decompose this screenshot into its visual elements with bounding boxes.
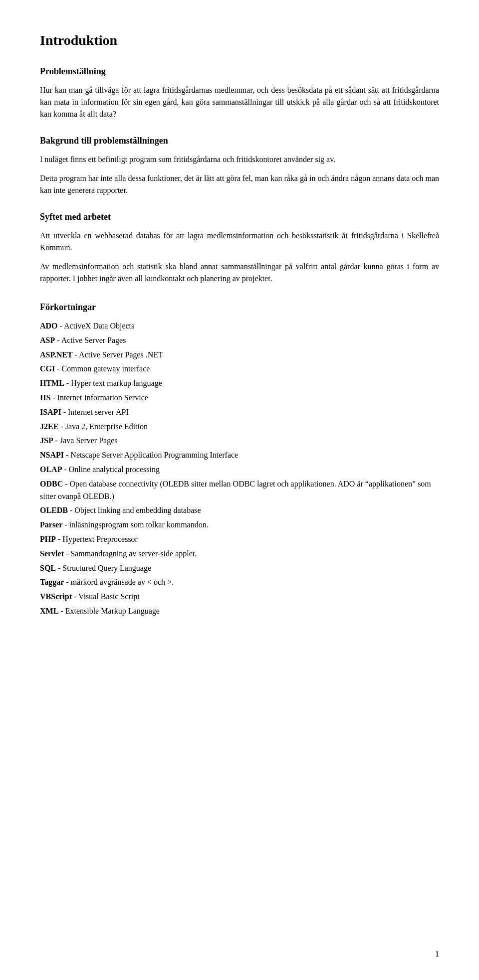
heading-syftet: Syftet med arbetet [40,210,439,224]
abbr-term: ASP [40,336,55,344]
abbr-item: Parser - inläsningsprogram som tolkar ko… [40,519,439,531]
abbr-item: VBScript - Visual Basic Script [40,591,439,603]
abbr-item: OLAP - Online analytical processing [40,464,439,476]
abbr-item: J2EE - Java 2, Enterprise Edition [40,421,439,433]
abbr-item: ASP.NET - Active Server Pages .NET [40,349,439,361]
abbr-item: NSAPI - Netscape Server Application Prog… [40,449,439,462]
paragraph-bakgrund-2: Detta program har inte alla dessa funkti… [40,172,439,196]
abbr-term: SQL [40,564,56,572]
abbr-item: OLEDB - Object linking and embedding dat… [40,504,439,517]
abbr-term: Parser [40,520,62,529]
page-title: Introduktion [40,30,439,51]
abbr-item: Servlet - Sammandragning av server-side … [40,548,439,560]
abbr-term: OLAP [40,465,62,474]
abbr-item: ODBC - Open database connectivity (OLEDB… [40,478,439,503]
page-number: 1 [435,948,439,960]
abbr-term: J2EE [40,422,58,431]
abbr-item: PHP - Hypertext Preprocessor [40,533,439,546]
abbr-term: ISAPI [40,408,61,416]
abbr-term: Taggar [40,578,64,586]
abbr-term: CGI [40,364,55,373]
abbr-term: ODBC [40,480,63,488]
abbr-term: IIS [40,393,50,402]
page: Introduktion Problemställning Hur kan ma… [0,0,479,980]
abbr-item: Taggar - märkord avgränsade av < och >. [40,576,439,589]
abbr-item: ISAPI - Internet server API [40,406,439,419]
abbr-item: ASP - Active Server Pages [40,334,439,347]
abbreviations-list: ADO - ActiveX Data ObjectsASP - Active S… [40,320,439,618]
heading-bakgrund: Bakgrund till problemställningen [40,134,439,148]
abbr-item: JSP - Java Server Pages [40,435,439,447]
abbr-term: OLEDB [40,506,68,514]
paragraph-problemstallning-1: Hur kan man gå tillväga för att lagra fr… [40,84,439,120]
abbr-term: HTML [40,379,64,387]
abbr-term: JSP [40,436,53,445]
heading-abbreviations: Förkortningar [40,301,439,314]
abbreviations-section: Förkortningar ADO - ActiveX Data Objects… [40,301,439,618]
paragraph-syftet-1: Att utveckla en webbaserad databas för a… [40,230,439,254]
abbr-item: ADO - ActiveX Data Objects [40,320,439,332]
abbr-term: ADO [40,322,58,330]
heading-problemstallning: Problemställning [40,65,439,78]
abbr-item: SQL - Structured Query Language [40,562,439,575]
paragraph-syftet-2: Av medlemsinformation och statistik ska … [40,261,439,285]
abbr-item: IIS - Internet Information Service [40,392,439,404]
paragraph-bakgrund-1: I nuläget finns ett befintligt program s… [40,154,439,165]
abbr-item: CGI - Common gateway interface [40,363,439,375]
abbr-term: XML [40,607,58,615]
abbr-term: ASP.NET [40,350,73,359]
abbr-term: VBScript [40,592,72,601]
abbr-term: Servlet [40,549,64,558]
abbr-term: PHP [40,535,56,543]
abbr-item: XML - Extensible Markup Language [40,605,439,618]
abbr-item: HTML - Hyper text markup language [40,377,439,390]
abbr-term: NSAPI [40,451,64,459]
